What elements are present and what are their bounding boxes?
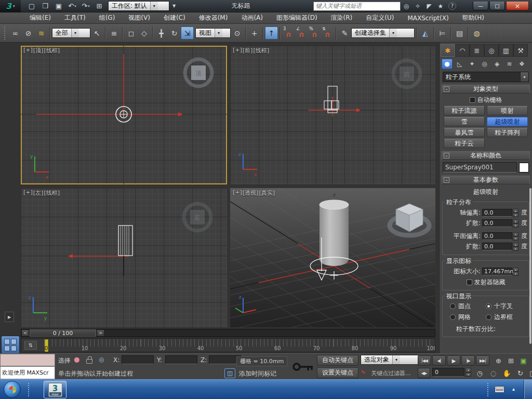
key-curve-icon[interactable]: ∿ [361,368,366,376]
viewport-front[interactable]: [+] [前] [线框] z x [230,46,435,184]
key-mode-toggle-button[interactable]: ◀▶ [418,368,430,378]
isolate-selection-button[interactable]: ◫ [224,368,235,378]
button-super-spray[interactable]: 超级喷射 [487,117,528,126]
viewcube[interactable]: 前 [393,60,420,87]
previous-frame-button[interactable]: ◀| [432,355,446,366]
toolbar-grip[interactable] [4,26,7,40]
viewcube[interactable]: 左 [184,204,211,231]
tab-motion[interactable]: ◎ [484,44,499,57]
viewport-name[interactable]: [顶] [33,47,44,55]
subscription-key-icon[interactable]: ✧ [412,1,423,11]
tab-modify[interactable]: ◠ [455,44,470,57]
next-frame-arrow[interactable]: > [97,329,104,337]
minimize-window-button[interactable]: — [473,2,488,10]
menu-help[interactable]: 帮助(H) [456,12,491,23]
select-object-button[interactable]: ↖ [90,26,103,39]
select-and-rotate-button[interactable]: ↻ [168,26,181,39]
frame-spinner[interactable]: ▴▾ [466,368,471,377]
workspace-dropdown[interactable]: 工作区: 默认 ▾ [108,1,169,11]
project-workspace-button[interactable]: ⊞ [93,1,105,11]
time-slider[interactable]: < 0 / 100 > [21,329,435,337]
viewport-flyout-button[interactable]: ▶ [5,312,14,322]
input-method-keyboard-icon[interactable] [495,386,504,393]
viewport-menu-plus[interactable]: [+] [23,189,33,197]
autogrid-checkbox[interactable]: 自动栅格 [440,96,532,104]
viewport-shading[interactable]: [真实] [259,189,275,197]
selection-filter-dropdown[interactable]: 全部 ▾ [52,28,90,38]
rectangular-selection-region-button[interactable]: ◻ [125,26,138,39]
x-coordinate-field[interactable] [122,355,154,364]
spread2-field[interactable]: 0.0 [482,243,512,250]
menu-modifiers[interactable]: 修改器(M) [192,12,235,23]
category-systems[interactable]: ❖ [516,59,527,69]
zoom-extents-all-button[interactable]: ⊞ [529,355,532,366]
panel-scrollbar[interactable] [529,188,531,344]
unlink-selection-button[interactable]: ⊘ [22,26,35,39]
select-by-name-button[interactable]: ≡ [108,26,121,39]
menu-views[interactable]: 视图(V) [122,12,157,23]
viewcube[interactable] [390,204,429,235]
category-helpers[interactable]: ◈ [491,59,502,69]
object-color-swatch[interactable] [519,163,529,172]
category-shapes[interactable]: ◺ [454,59,465,69]
button-snow[interactable]: 雪 [444,117,485,126]
button-particle-array[interactable]: 粒子阵列 [487,128,528,137]
help-icon[interactable]: ? [448,2,456,10]
redo-button[interactable]: ↷▾ [79,1,92,11]
track-bar[interactable]: ⇅ 0 10 20 30 40 50 60 70 80 90 100 [21,338,435,352]
menu-create[interactable]: 创建(C) [157,12,192,23]
viewport-perspective[interactable]: [+] [透视] [真实] [230,188,435,327]
emitter-hidden-checkbox[interactable]: 发射器隐藏 [444,278,528,287]
use-pivot-center-button[interactable]: ⊙ [231,26,244,39]
zoom-button[interactable]: ⊕ [493,355,504,366]
prev-frame-arrow[interactable]: < [21,329,29,337]
show-desktop-button[interactable] [524,380,532,399]
time-configuration-button[interactable]: ◷ [474,368,486,378]
pushpin-icon[interactable]: ● [74,355,79,363]
menu-animation[interactable]: 动画(A) [234,12,270,23]
viewport-top[interactable]: [+] [顶] [线框] y x [21,46,227,184]
object-name-field[interactable]: SuperSpray001 [443,162,517,172]
menu-group[interactable]: 组(G) [92,12,122,23]
open-mini-track-view-button[interactable]: ⇅ [24,341,37,350]
tab-hierarchy[interactable]: ≣ [470,44,484,57]
search-binoculars-icon[interactable]: ◎ [401,1,412,11]
viewport-shading[interactable]: [线框] [44,189,60,197]
selection-region-button[interactable]: ◌ [487,368,499,378]
object-category-dropdown[interactable]: 粒子系统 ▾ [443,72,529,82]
new-file-button[interactable]: ▢ [25,1,38,11]
orbit-button[interactable]: ↻ [514,368,526,378]
mirror-button[interactable]: ◭ [419,26,432,39]
taskbar-3dsmax-button[interactable]: 3 max [44,381,66,398]
show-hidden-icons-button[interactable]: ▴ [512,386,515,392]
viewport-name[interactable]: [前] [243,47,253,55]
goto-end-button[interactable]: ▶▶| [476,355,489,366]
zoom-extents-button[interactable]: ▣ [517,355,529,366]
radio-bbox[interactable]: 边界框 [486,313,522,322]
icon-size-field[interactable]: 17.467mm [482,268,512,275]
next-frame-button[interactable]: |▶ [461,355,475,366]
icon-size-spinner[interactable]: ▴▾ [513,268,518,275]
rollout-name-color[interactable]: - 名称和颜色 [442,151,530,160]
maxscript-mini-listener[interactable] [0,354,55,366]
play-button[interactable]: ▶ [447,355,460,366]
close-window-button[interactable]: × [506,2,529,10]
maxscript-welcome[interactable]: 欢迎使用 MAXScr [0,366,55,379]
viewport-layout-button[interactable] [1,336,20,354]
tab-utilities[interactable]: ⚒ [513,44,528,57]
menu-maxscript[interactable]: MAXScript(X) [401,12,455,23]
undo-button[interactable]: ↶▾ [66,1,78,11]
zoom-all-button[interactable]: ⊞ [505,355,517,366]
y-coordinate-field[interactable] [165,355,197,364]
layer-manager-button[interactable]: ▤ [453,26,466,39]
selection-lock-icon[interactable] [86,359,92,364]
toolbar-overflow-button[interactable]: ▼ [170,1,178,11]
percent-snap-button[interactable]: %∩ [308,26,321,39]
viewport-name[interactable]: [左] [33,189,44,197]
viewport-shading[interactable]: [线框] [253,47,269,55]
off-axis-spinner[interactable]: ▴▾ [513,209,518,217]
button-particle-cloud[interactable]: 粒子云 [444,139,485,148]
save-file-button[interactable]: ▣ [52,1,65,11]
menu-rendering[interactable]: 渲染(R) [324,12,360,23]
rollout-basic-parameters[interactable]: - 基本参数 [442,176,530,184]
